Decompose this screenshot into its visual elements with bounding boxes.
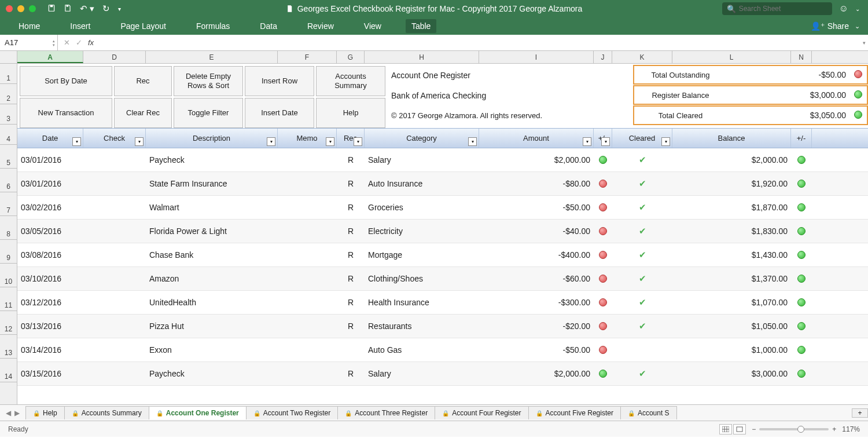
cell-category[interactable]: Salary (365, 362, 479, 385)
sheet-tab[interactable]: 🔒Account Two Register (246, 406, 339, 419)
toggle-filter-button[interactable]: Toggle Filter (174, 98, 243, 128)
tab-formulas[interactable]: Formulas (190, 19, 236, 33)
close-window-icon[interactable] (6, 5, 13, 12)
tab-insert[interactable]: Insert (64, 19, 96, 33)
cell-amount[interactable]: $2,000.00 (479, 148, 594, 171)
cell-description[interactable]: State Farm Insurance (146, 172, 278, 195)
table-row[interactable]: 03/15/2016 Paycheck R Salary $2,000.00 ✔… (17, 362, 868, 386)
cell-balance[interactable]: $1,050.00 (672, 315, 791, 338)
add-sheet-button[interactable]: + (852, 408, 868, 418)
table-row[interactable]: 03/01/2016 State Farm Insurance R Auto I… (17, 172, 868, 196)
cell-category[interactable]: Auto Insurance (365, 172, 479, 195)
table-row[interactable]: 03/01/2016 Paycheck R Salary $2,000.00 ✔… (17, 148, 868, 172)
cell-cleared[interactable]: ✔ (612, 267, 672, 290)
cell-description[interactable]: UnitedHealth (146, 291, 278, 314)
cell-balance-sign[interactable] (791, 172, 812, 195)
cell-description[interactable]: Paycheck (146, 148, 278, 171)
col-header-j[interactable]: J (594, 51, 612, 63)
zoom-control[interactable]: − + (752, 425, 836, 433)
feedback-chevron-icon[interactable]: ⌄ (855, 6, 860, 12)
new-transaction-button[interactable]: New Transaction (20, 98, 112, 128)
cell-description[interactable]: Exxon (146, 338, 278, 361)
cell-category[interactable]: Restaurants (365, 315, 479, 338)
cell-balance[interactable]: $2,000.00 (672, 148, 791, 171)
th-description[interactable]: Description▾ (146, 129, 278, 148)
clear-rec-button[interactable]: Clear Rec (114, 98, 172, 128)
cell-rec[interactable]: R (337, 362, 365, 385)
th-date[interactable]: Date▾ (17, 129, 83, 148)
cell-description[interactable]: Walmart (146, 196, 278, 219)
sheet-tab[interactable]: 🔒Account Three Register (337, 406, 435, 419)
cell-cleared[interactable]: ✔ (612, 196, 672, 219)
search-input[interactable] (739, 5, 827, 13)
row-header[interactable]: 2 (0, 84, 17, 104)
cell-cleared[interactable]: ✔ (612, 220, 672, 243)
qat-more-icon[interactable]: ▾ (118, 6, 121, 12)
cell-amount[interactable]: -$50.00 (479, 338, 594, 361)
filter-icon[interactable]: ▾ (72, 137, 81, 146)
cell-balance-sign[interactable] (791, 196, 812, 219)
table-row[interactable]: 03/02/2016 Walmart R Groceries -$50.00 ✔… (17, 196, 868, 220)
cell-description[interactable]: Amazon (146, 267, 278, 290)
cell-memo[interactable] (278, 315, 337, 338)
table-row[interactable]: 03/14/2016 Exxon Auto Gas -$50.00 $1,000… (17, 338, 868, 362)
cell-amount-sign[interactable] (594, 267, 612, 290)
cell-date[interactable]: 03/12/2016 (17, 291, 83, 314)
th-check[interactable]: Check▾ (83, 129, 146, 148)
cell-cleared[interactable] (612, 338, 672, 361)
cell-balance[interactable]: $1,370.00 (672, 267, 791, 290)
table-row[interactable]: 03/10/2016 Amazon R Clothing/Shoes -$60.… (17, 267, 868, 291)
col-header-l[interactable]: L (672, 51, 791, 63)
cell-cleared[interactable]: ✔ (612, 172, 672, 195)
cell-amount-sign[interactable] (594, 291, 612, 314)
help-button[interactable]: Help (316, 98, 385, 128)
maximize-window-icon[interactable] (29, 5, 36, 12)
cell-balance[interactable]: $1,920.00 (672, 172, 791, 195)
autosave-icon[interactable] (47, 4, 56, 14)
table-row[interactable]: 03/08/2016 Chase Bank R Mortgage -$400.0… (17, 243, 868, 267)
cell-amount-sign[interactable] (594, 315, 612, 338)
filter-icon[interactable]: ▾ (583, 137, 591, 146)
table-row[interactable]: 03/12/2016 UnitedHealth R Health Insuran… (17, 291, 868, 315)
cell-amount-sign[interactable] (594, 220, 612, 243)
col-header-k[interactable]: K (612, 51, 672, 63)
cell-date[interactable]: 03/05/2016 (17, 220, 83, 243)
cell-date[interactable]: 03/15/2016 (17, 362, 83, 385)
cell-rec[interactable] (337, 338, 365, 361)
cell-category[interactable]: Electricity (365, 220, 479, 243)
redo-icon[interactable]: ↻ (102, 3, 110, 14)
sheet-tab[interactable]: 🔒Account S (620, 406, 677, 419)
col-header-f[interactable]: F (278, 51, 337, 63)
ribbon-collapse-icon[interactable]: ⌄ (855, 23, 860, 30)
cell-check[interactable] (83, 315, 146, 338)
cell-amount[interactable]: -$60.00 (479, 267, 594, 290)
row-header[interactable]: 3 (0, 104, 17, 125)
cell-description[interactable]: Paycheck (146, 362, 278, 385)
sheet-tab[interactable]: 🔒Accounts Summary (64, 406, 149, 419)
tab-review[interactable]: Review (301, 19, 340, 33)
row-header[interactable]: 10 (0, 264, 17, 287)
col-header-g[interactable]: G (337, 51, 365, 63)
th-cleared[interactable]: Cleared▾ (612, 129, 672, 148)
row-header[interactable]: 11 (0, 287, 17, 311)
th-amount-sign[interactable]: +/-▾ (594, 129, 612, 148)
accept-formula-icon[interactable]: ✓ (76, 38, 82, 47)
cell-check[interactable] (83, 148, 146, 171)
cell-memo[interactable] (278, 338, 337, 361)
tab-table[interactable]: Table (406, 19, 436, 33)
cell-memo[interactable] (278, 148, 337, 171)
cell-check[interactable] (83, 220, 146, 243)
row-header[interactable]: 14 (0, 359, 17, 382)
cell-amount-sign[interactable] (594, 172, 612, 195)
cell-rec[interactable]: R (337, 267, 365, 290)
zoom-out-icon[interactable]: − (752, 425, 756, 433)
page-layout-view-icon[interactable] (733, 424, 746, 434)
cell-date[interactable]: 03/08/2016 (17, 243, 83, 266)
cell-balance[interactable]: $1,430.00 (672, 243, 791, 266)
cell-balance-sign[interactable] (791, 148, 812, 171)
cell-memo[interactable] (278, 220, 337, 243)
cell-date[interactable]: 03/02/2016 (17, 196, 83, 219)
cell-balance-sign[interactable] (791, 243, 812, 266)
cell-category[interactable]: Groceries (365, 196, 479, 219)
cell-category[interactable]: Clothing/Shoes (365, 267, 479, 290)
